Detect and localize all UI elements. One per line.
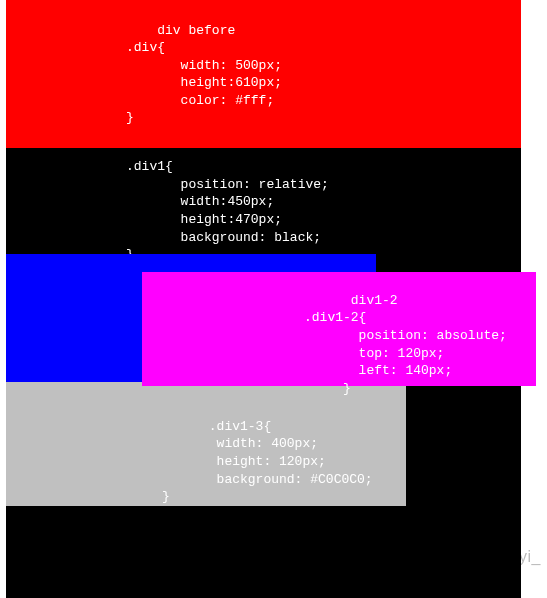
div1-2-code-text: div1-2 .div1-2{ position: absolute; top:…	[304, 293, 507, 396]
div-before-red-block: div before .div{ width: 500px; height:61…	[6, 0, 521, 148]
div-before-code-text: div before .div{ width: 500px; height:61…	[126, 23, 282, 126]
div1-3-gray-block: .div1-3{ width: 400px; height: 120px; ba…	[6, 382, 406, 506]
div1-2-magenta-block: div1-2 .div1-2{ position: absolute; top:…	[142, 272, 536, 386]
div1-3-code-text: .div1-3{ width: 400px; height: 120px; ba…	[162, 419, 373, 504]
div1-black-container: .div1{ position: relative; width:450px; …	[6, 148, 521, 598]
